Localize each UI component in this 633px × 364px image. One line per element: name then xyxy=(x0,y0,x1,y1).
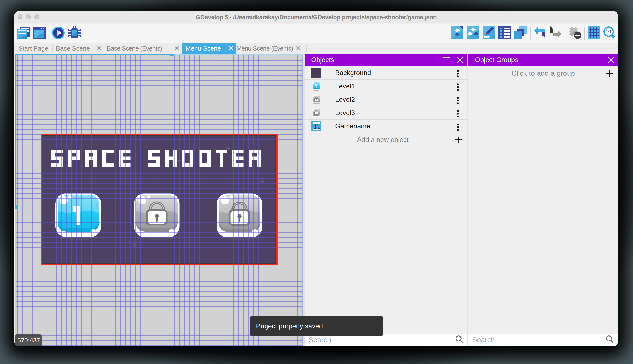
svg-text:x: x xyxy=(318,125,320,130)
svg-text:T: T xyxy=(313,122,318,130)
svg-text:1:1: 1:1 xyxy=(606,30,612,34)
